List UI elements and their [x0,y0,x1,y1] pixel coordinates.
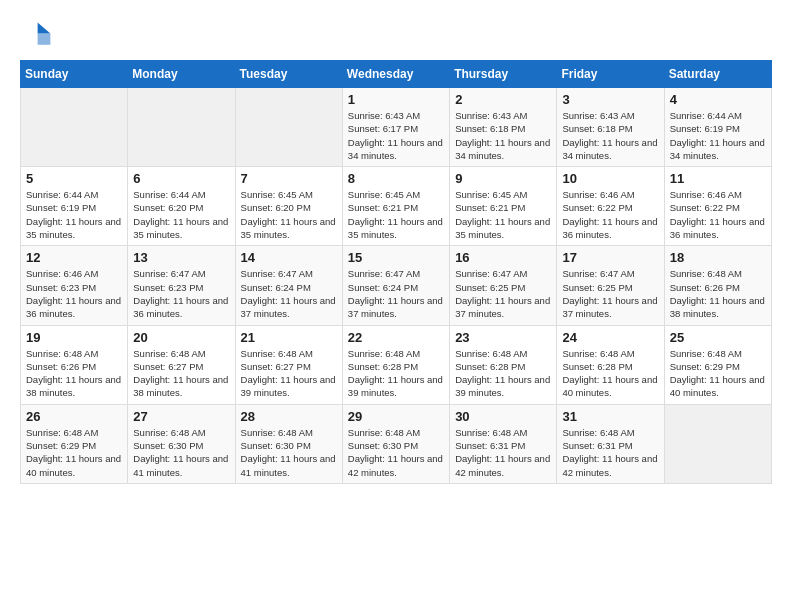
calendar-header-tuesday: Tuesday [235,61,342,88]
day-info: Sunrise: 6:44 AM Sunset: 6:19 PM Dayligh… [670,109,766,162]
calendar-header-sunday: Sunday [21,61,128,88]
day-number: 22 [348,330,444,345]
calendar-week-1: 1Sunrise: 6:43 AM Sunset: 6:17 PM Daylig… [21,88,772,167]
calendar-cell: 10Sunrise: 6:46 AM Sunset: 6:22 PM Dayli… [557,167,664,246]
day-info: Sunrise: 6:45 AM Sunset: 6:20 PM Dayligh… [241,188,337,241]
svg-marker-0 [38,22,51,33]
day-info: Sunrise: 6:47 AM Sunset: 6:24 PM Dayligh… [348,267,444,320]
calendar-cell: 23Sunrise: 6:48 AM Sunset: 6:28 PM Dayli… [450,325,557,404]
day-info: Sunrise: 6:43 AM Sunset: 6:18 PM Dayligh… [562,109,658,162]
calendar-header-saturday: Saturday [664,61,771,88]
day-info: Sunrise: 6:48 AM Sunset: 6:28 PM Dayligh… [455,347,551,400]
calendar-cell: 3Sunrise: 6:43 AM Sunset: 6:18 PM Daylig… [557,88,664,167]
day-info: Sunrise: 6:47 AM Sunset: 6:24 PM Dayligh… [241,267,337,320]
day-info: Sunrise: 6:47 AM Sunset: 6:23 PM Dayligh… [133,267,229,320]
logo [20,16,56,48]
calendar-cell: 28Sunrise: 6:48 AM Sunset: 6:30 PM Dayli… [235,404,342,483]
day-info: Sunrise: 6:48 AM Sunset: 6:27 PM Dayligh… [241,347,337,400]
calendar-cell: 9Sunrise: 6:45 AM Sunset: 6:21 PM Daylig… [450,167,557,246]
day-info: Sunrise: 6:45 AM Sunset: 6:21 PM Dayligh… [348,188,444,241]
calendar-cell: 8Sunrise: 6:45 AM Sunset: 6:21 PM Daylig… [342,167,449,246]
calendar: SundayMondayTuesdayWednesdayThursdayFrid… [20,60,772,484]
calendar-cell: 27Sunrise: 6:48 AM Sunset: 6:30 PM Dayli… [128,404,235,483]
day-number: 31 [562,409,658,424]
calendar-cell: 14Sunrise: 6:47 AM Sunset: 6:24 PM Dayli… [235,246,342,325]
calendar-cell: 29Sunrise: 6:48 AM Sunset: 6:30 PM Dayli… [342,404,449,483]
calendar-week-5: 26Sunrise: 6:48 AM Sunset: 6:29 PM Dayli… [21,404,772,483]
day-number: 28 [241,409,337,424]
calendar-cell: 31Sunrise: 6:48 AM Sunset: 6:31 PM Dayli… [557,404,664,483]
calendar-cell [235,88,342,167]
calendar-header-row: SundayMondayTuesdayWednesdayThursdayFrid… [21,61,772,88]
logo-icon [20,16,52,48]
day-info: Sunrise: 6:48 AM Sunset: 6:29 PM Dayligh… [670,347,766,400]
calendar-cell: 20Sunrise: 6:48 AM Sunset: 6:27 PM Dayli… [128,325,235,404]
calendar-cell: 11Sunrise: 6:46 AM Sunset: 6:22 PM Dayli… [664,167,771,246]
calendar-cell: 24Sunrise: 6:48 AM Sunset: 6:28 PM Dayli… [557,325,664,404]
calendar-cell: 12Sunrise: 6:46 AM Sunset: 6:23 PM Dayli… [21,246,128,325]
day-number: 12 [26,250,122,265]
day-info: Sunrise: 6:48 AM Sunset: 6:31 PM Dayligh… [455,426,551,479]
day-info: Sunrise: 6:45 AM Sunset: 6:21 PM Dayligh… [455,188,551,241]
svg-marker-1 [38,34,51,45]
day-info: Sunrise: 6:48 AM Sunset: 6:30 PM Dayligh… [348,426,444,479]
calendar-header-monday: Monday [128,61,235,88]
day-info: Sunrise: 6:48 AM Sunset: 6:27 PM Dayligh… [133,347,229,400]
day-number: 5 [26,171,122,186]
calendar-cell [128,88,235,167]
calendar-cell [21,88,128,167]
calendar-header-wednesday: Wednesday [342,61,449,88]
page: SundayMondayTuesdayWednesdayThursdayFrid… [0,0,792,612]
day-info: Sunrise: 6:48 AM Sunset: 6:26 PM Dayligh… [26,347,122,400]
calendar-week-2: 5Sunrise: 6:44 AM Sunset: 6:19 PM Daylig… [21,167,772,246]
day-info: Sunrise: 6:48 AM Sunset: 6:30 PM Dayligh… [241,426,337,479]
calendar-cell: 13Sunrise: 6:47 AM Sunset: 6:23 PM Dayli… [128,246,235,325]
day-info: Sunrise: 6:48 AM Sunset: 6:29 PM Dayligh… [26,426,122,479]
day-info: Sunrise: 6:47 AM Sunset: 6:25 PM Dayligh… [455,267,551,320]
calendar-cell: 7Sunrise: 6:45 AM Sunset: 6:20 PM Daylig… [235,167,342,246]
day-number: 3 [562,92,658,107]
calendar-cell: 5Sunrise: 6:44 AM Sunset: 6:19 PM Daylig… [21,167,128,246]
day-number: 19 [26,330,122,345]
calendar-cell: 4Sunrise: 6:44 AM Sunset: 6:19 PM Daylig… [664,88,771,167]
day-number: 21 [241,330,337,345]
header [20,16,772,48]
calendar-week-3: 12Sunrise: 6:46 AM Sunset: 6:23 PM Dayli… [21,246,772,325]
calendar-cell [664,404,771,483]
day-number: 9 [455,171,551,186]
calendar-cell: 21Sunrise: 6:48 AM Sunset: 6:27 PM Dayli… [235,325,342,404]
day-info: Sunrise: 6:47 AM Sunset: 6:25 PM Dayligh… [562,267,658,320]
day-number: 13 [133,250,229,265]
day-number: 16 [455,250,551,265]
day-number: 18 [670,250,766,265]
day-number: 20 [133,330,229,345]
day-info: Sunrise: 6:46 AM Sunset: 6:22 PM Dayligh… [670,188,766,241]
day-number: 30 [455,409,551,424]
day-info: Sunrise: 6:46 AM Sunset: 6:22 PM Dayligh… [562,188,658,241]
day-info: Sunrise: 6:46 AM Sunset: 6:23 PM Dayligh… [26,267,122,320]
day-info: Sunrise: 6:48 AM Sunset: 6:30 PM Dayligh… [133,426,229,479]
day-number: 29 [348,409,444,424]
calendar-header-friday: Friday [557,61,664,88]
day-number: 1 [348,92,444,107]
day-number: 24 [562,330,658,345]
calendar-week-4: 19Sunrise: 6:48 AM Sunset: 6:26 PM Dayli… [21,325,772,404]
calendar-header-thursday: Thursday [450,61,557,88]
calendar-cell: 6Sunrise: 6:44 AM Sunset: 6:20 PM Daylig… [128,167,235,246]
day-number: 17 [562,250,658,265]
calendar-cell: 26Sunrise: 6:48 AM Sunset: 6:29 PM Dayli… [21,404,128,483]
day-number: 11 [670,171,766,186]
day-number: 25 [670,330,766,345]
day-info: Sunrise: 6:48 AM Sunset: 6:26 PM Dayligh… [670,267,766,320]
calendar-cell: 25Sunrise: 6:48 AM Sunset: 6:29 PM Dayli… [664,325,771,404]
day-number: 23 [455,330,551,345]
day-info: Sunrise: 6:43 AM Sunset: 6:17 PM Dayligh… [348,109,444,162]
calendar-cell: 2Sunrise: 6:43 AM Sunset: 6:18 PM Daylig… [450,88,557,167]
calendar-cell: 16Sunrise: 6:47 AM Sunset: 6:25 PM Dayli… [450,246,557,325]
day-info: Sunrise: 6:48 AM Sunset: 6:28 PM Dayligh… [562,347,658,400]
day-info: Sunrise: 6:44 AM Sunset: 6:19 PM Dayligh… [26,188,122,241]
day-number: 26 [26,409,122,424]
calendar-cell: 1Sunrise: 6:43 AM Sunset: 6:17 PM Daylig… [342,88,449,167]
calendar-cell: 17Sunrise: 6:47 AM Sunset: 6:25 PM Dayli… [557,246,664,325]
day-number: 2 [455,92,551,107]
